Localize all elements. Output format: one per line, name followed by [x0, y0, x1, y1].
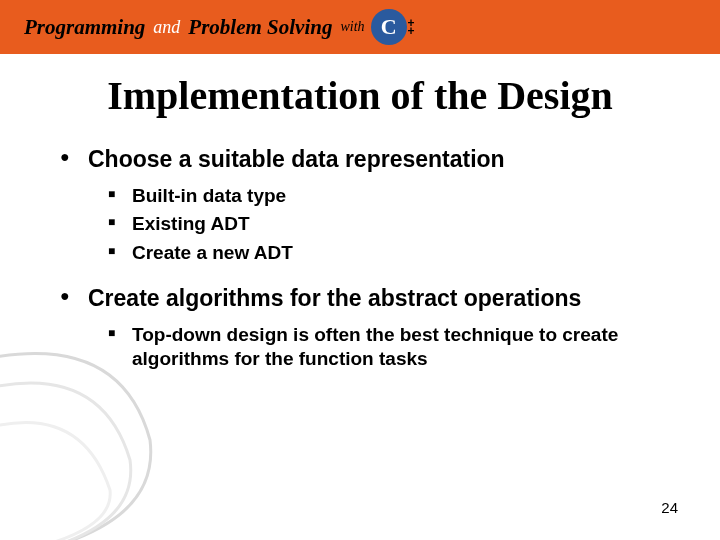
page-number: 24	[661, 499, 678, 516]
banner-with: with	[340, 19, 364, 35]
slide: Programming and Problem Solving with C +…	[0, 0, 720, 540]
banner-word-problem-solving: Problem Solving	[188, 15, 332, 40]
bullet-text: Create algorithms for the abstract opera…	[88, 285, 581, 311]
bullet-item: Choose a suitable data representation Bu…	[60, 145, 672, 266]
plus-icon: +	[408, 27, 415, 35]
sub-bullet-item: Existing ADT	[108, 212, 672, 237]
banner: Programming and Problem Solving with C +…	[0, 0, 720, 54]
sub-bullet-list: Built-in data type Existing ADT Create a…	[108, 184, 672, 266]
sub-bullet-item: Create a new ADT	[108, 241, 672, 266]
bullet-list: Choose a suitable data representation Bu…	[60, 145, 672, 372]
plus-stack: + +	[407, 19, 415, 35]
sub-bullet-item: Top-down design is often the best techni…	[108, 323, 672, 372]
sub-bullet-list: Top-down design is often the best techni…	[108, 323, 672, 372]
banner-word-programming: Programming	[24, 15, 145, 40]
banner-inner: Programming and Problem Solving with C +…	[0, 0, 720, 54]
sub-bullet-item: Built-in data type	[108, 184, 672, 209]
bullet-text: Choose a suitable data representation	[88, 146, 505, 172]
c-circle-icon: C	[371, 9, 407, 45]
slide-content: Choose a suitable data representation Bu…	[0, 119, 720, 372]
cpp-badge: C + +	[371, 9, 415, 45]
slide-title: Implementation of the Design	[0, 72, 720, 119]
banner-and: and	[153, 17, 180, 38]
bullet-item: Create algorithms for the abstract opera…	[60, 284, 672, 372]
